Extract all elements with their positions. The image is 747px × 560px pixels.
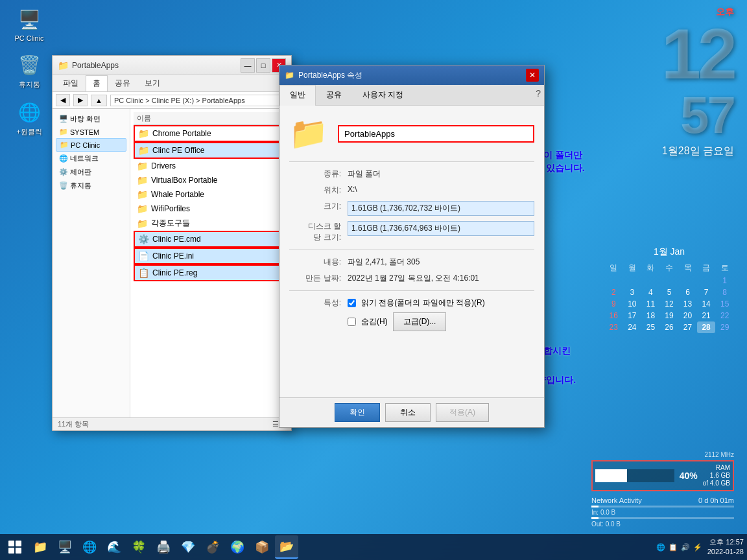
folder-icon: 📁 <box>137 204 148 214</box>
tab-view[interactable]: 보기 <box>137 75 167 91</box>
sidebar-recycle-bin[interactable]: 🗑️ 휴지통 <box>56 179 126 192</box>
taskbar-explorer[interactable]: 📁 <box>29 535 52 559</box>
network-in-bar <box>591 506 734 508</box>
maximize-button[interactable]: □ <box>256 58 270 73</box>
pc-clinic-label: PC Clinic <box>14 34 43 42</box>
cal-day: 26 <box>660 321 679 333</box>
disk-size-value: 1.61GB (1,736,674,963 바이트) <box>348 221 534 236</box>
cancel-button[interactable]: 취소 <box>385 403 431 422</box>
tab-share[interactable]: 공유 <box>108 75 137 91</box>
apply-button[interactable]: 적용(A) <box>436 403 489 422</box>
confirm-button[interactable]: 확인 <box>335 403 380 422</box>
file-chrome-portable[interactable]: 📁 Chrome Portable <box>134 125 288 142</box>
taskbar-box[interactable]: 📦 <box>250 535 274 559</box>
cpu-freq: 2112 MHz <box>591 451 734 458</box>
dialog-help-button[interactable]: ? <box>532 85 544 105</box>
tab-home[interactable]: 홈 <box>86 75 108 91</box>
sidebar-control-panel[interactable]: ⚙️ 제어판 <box>56 165 126 179</box>
clock-time: 12 <box>578 18 734 89</box>
back-button[interactable]: ◀ <box>56 94 70 106</box>
taskbar-diamond[interactable]: 💎 <box>176 535 200 559</box>
taskbar-time: 오후 12:57 <box>707 537 744 547</box>
cal-day: 18 <box>641 310 660 321</box>
file-clinic-cmd[interactable]: ⚙️ Clinic PE.cmd <box>134 231 288 248</box>
net-in-label: In: 0.0 B <box>591 509 734 516</box>
prop-disk-size: 디스크 할당 크기: 1.61GB (1,736,674,963 바이트) <box>289 221 534 243</box>
taskbar-terminal[interactable]: 🖥️ <box>53 535 77 559</box>
advanced-button[interactable]: 고급(D)... <box>393 312 447 331</box>
hidden-checkbox[interactable] <box>348 318 356 326</box>
dialog-tabs: 일반 공유 사용자 지정 ? <box>279 85 544 106</box>
sidebar-tree: 🖥️ 바탕 화면 📁 SYSTEM 📁 PC Clinic 🌐 네트워크 ⚙️ <box>53 109 130 417</box>
folder-name-input[interactable] <box>338 125 534 143</box>
taskbar-globe[interactable]: 🌍 <box>226 535 249 559</box>
file-tools[interactable]: 📁 각종도구들 <box>134 216 288 231</box>
network-tray-icon[interactable]: 🌐 <box>656 543 665 552</box>
cal-day: 12 <box>660 298 679 310</box>
cal-day: 17 <box>623 310 642 321</box>
dialog-tab-general[interactable]: 일반 <box>279 85 316 106</box>
dialog-tab-share[interactable]: 공유 <box>316 85 352 105</box>
type-label: 종류: <box>289 169 341 180</box>
taskbar-clover[interactable]: 🍀 <box>127 535 150 559</box>
view-list-icon[interactable]: ☰ <box>272 420 279 428</box>
network-info: Network Activity 0 d 0h 01m In: 0.0 B Ou… <box>591 496 734 528</box>
ram-bar-fill <box>595 469 627 482</box>
taskbar-bomb[interactable]: 💣 <box>201 535 224 559</box>
big-folder-icon: 📁 <box>289 115 328 152</box>
taskbar-printer[interactable]: 🖨️ <box>152 535 175 559</box>
dialog-tab-custom[interactable]: 사용자 지정 <box>352 85 414 105</box>
separator2 <box>289 250 534 250</box>
pc-clinic-icon[interactable]: 🖥️ PC Clinic <box>6 6 52 42</box>
up-button[interactable]: ▲ <box>91 95 107 106</box>
net-out-label: Out: 0.0 B <box>591 520 734 528</box>
file-virtualbox[interactable]: 📁 VirtualBox Portable <box>134 173 288 187</box>
readonly-checkbox[interactable] <box>348 299 356 307</box>
minimize-button[interactable]: — <box>241 58 255 73</box>
sidebar-desktop[interactable]: 🖥️ 바탕 화면 <box>56 112 126 126</box>
address-path[interactable]: PC Clinic > Clinic PE (X:) > PortableApp… <box>110 95 288 106</box>
sidebar-pc-clinic[interactable]: 📁 PC Clinic <box>56 138 126 152</box>
explorer-title: PortableApps <box>72 61 119 70</box>
dialog-close-button[interactable]: ✕ <box>526 69 539 82</box>
file-clinic-ini[interactable]: 📄 Clinic PE.ini <box>134 248 288 264</box>
cal-day: 3 <box>623 286 642 298</box>
tab-file[interactable]: 파일 <box>56 75 86 91</box>
taskbar-edge[interactable]: 🌊 <box>102 535 126 559</box>
start-button[interactable] <box>3 535 27 559</box>
clipboard-tray-icon[interactable]: 📋 <box>669 543 678 552</box>
cal-day <box>641 275 660 286</box>
dialog-buttons: 확인 취소 적용(A) <box>279 397 544 427</box>
taskbar-folder[interactable]: 📂 <box>275 535 298 559</box>
file-drivers[interactable]: 📁 Drivers <box>134 159 288 173</box>
taskbar-clock[interactable]: 오후 12:57 2022-01-28 <box>707 537 744 557</box>
status-bar: 11개 항목 ☰ ⊞ <box>53 417 291 430</box>
readonly-label: 읽기 전용(폴더의 파일에만 적용)(R) <box>361 298 485 309</box>
file-clinic-reg[interactable]: 📋 Clinic PE.reg <box>134 264 288 281</box>
forward-button[interactable]: ▶ <box>73 94 88 106</box>
size-label: 크기: <box>289 201 341 212</box>
new-click-icon[interactable]: 🌐 +원클릭 <box>6 99 52 137</box>
file-name: Chrome Portable <box>152 129 283 138</box>
recycle-bin-image: 🗑️ <box>16 52 42 78</box>
file-icon: 📋 <box>138 268 149 278</box>
pc-clinic-image: 🖥️ <box>16 6 42 32</box>
cal-day: 10 <box>623 298 642 310</box>
cal-day: 9 <box>604 298 623 310</box>
recycle-bin-icon[interactable]: 🗑️ 휴지통 <box>6 52 52 89</box>
taskbar-chrome[interactable]: 🌐 <box>78 535 101 559</box>
power-tray-icon[interactable]: ⚡ <box>693 543 702 552</box>
volume-tray-icon[interactable]: 🔊 <box>681 543 690 552</box>
cal-day: 14 <box>697 298 716 310</box>
content-value: 파일 2,471, 폴더 305 <box>348 257 534 268</box>
file-name: Clinic PE.ini <box>152 251 283 261</box>
file-icon: ⚙️ <box>138 234 149 244</box>
sidebar-network[interactable]: 🌐 네트워크 <box>56 152 126 165</box>
clock-area: 오후 12 57 1월28일 금요일 <box>565 0 747 165</box>
file-whale-portable[interactable]: 📁 Whale Portable <box>134 187 288 202</box>
calendar-widget: 1월 Jan 일 월 화 수 목 금 토 <box>604 246 734 333</box>
sidebar-system[interactable]: 📁 SYSTEM <box>56 126 126 138</box>
file-wifi-profiles[interactable]: 📁 WifiPorfiles <box>134 202 288 216</box>
explorer-titlebar: 📁 PortableApps — □ ✕ <box>53 56 291 75</box>
file-clinc-pe-office[interactable]: 📁 Clinc PE Office <box>134 142 288 159</box>
